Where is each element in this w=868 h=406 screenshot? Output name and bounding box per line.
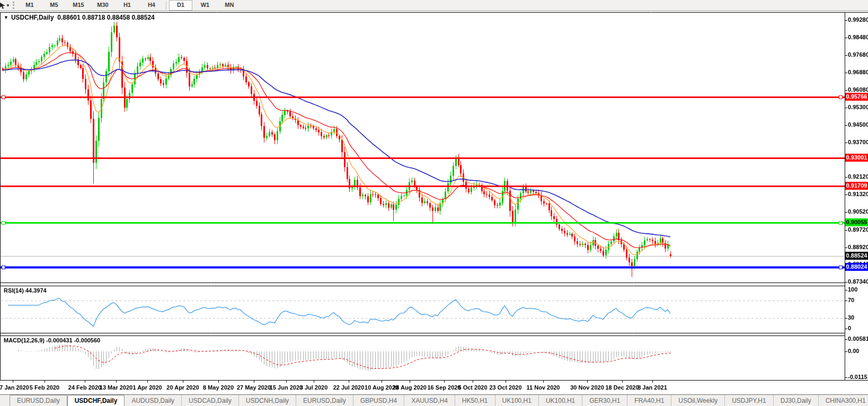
price-line-badge: 0.91709 [845,182,868,190]
timeframe-button-h1[interactable]: H1 [116,0,139,11]
date-axis-label: 17 Jan 2020 [0,384,29,391]
timeframe-button-d1[interactable]: D1 [169,0,192,11]
date-axis-label: 11 Nov 2020 [527,384,560,391]
tool-dropdown-icon[interactable]: ▼ [6,3,10,8]
macd-axis-tick: 0.00 [848,348,859,354]
rsi-axis-tick: 100 [848,286,857,293]
price-axis-tick: 0.95300 [848,104,868,110]
price-axis-tick: 0.97680 [848,51,868,58]
date-axis-label: 23 Oct 2020 [489,384,521,391]
date-axis-label: 3 Jul 2020 [300,384,328,391]
price-axis-tick: 0.89720 [848,226,868,233]
chart-tab-uk100-h1[interactable]: UK100,H1 [539,395,582,406]
rsi-axis-tick: 70 [848,297,854,303]
chart-tab-fra40-h1[interactable]: FRA40,H1 [627,395,671,406]
date-axis-label: 13 Mar 2020 [100,384,132,391]
timeframe-button-w1[interactable]: W1 [193,0,217,11]
chart-canvas[interactable] [0,0,868,406]
chart-tab-gbpusd-h4[interactable]: GBPUSD,H4 [353,395,404,406]
chart-symbol-label: USDCHF,Daily [11,14,54,21]
price-axis-tick: 0.96880 [848,69,868,75]
timeframe-button-m1[interactable]: M1 [18,0,41,11]
date-axis-label: 24 Feb 2020 [68,384,101,391]
price-line-badge: 0.93001 [845,154,868,162]
chart-tab-uk100-h1[interactable]: UK100,H1 [495,395,539,406]
rsi-indicator-label: RSI(14) 44.3974 [4,287,47,294]
mt4-terminal: { "toolbar": { "timeframes": [ {"label":… [0,0,868,406]
chart-tab-usdchf-daily[interactable]: USDCHF,Daily [67,395,125,406]
price-axis-tick: 0.88920 [848,244,868,250]
price-axis-tick: 0.87340 [848,278,868,285]
macd-axis-tick: 0.005818 [848,336,868,342]
chart-title: ▼USDCHF,Daily 0.88601 0.88718 0.88458 0.… [4,14,155,21]
chart-ohlc-values: 0.88601 0.88718 0.88458 0.88524 [57,14,155,21]
price-axis-tick: 0.94500 [848,121,868,128]
chart-tab-eurusd-daily[interactable]: EURUSD,Daily [296,395,353,406]
date-axis-label: 30 Nov 2020 [570,384,604,391]
rsi-axis-tick: 0 [848,325,851,331]
chart-tab-ger30-h1[interactable]: GER30,H1 [582,395,627,406]
date-axis-label: 8 Jan 2021 [637,384,667,391]
chart-tab-usdcad-daily[interactable]: USDCAD,Daily [182,395,239,406]
timeframe-button-h4[interactable]: H4 [140,0,163,11]
price-axis-tick: 0.92120 [848,173,868,180]
date-axis-label: 1 Apr 2020 [132,384,162,391]
date-axis-label: 8 May 2020 [203,384,234,391]
date-axis-label: 28 Aug 2020 [393,384,427,391]
chart-tabbar: EURUSD,DailyUSDCHF,DailyAUDUSD,DailyUSDC… [0,394,868,406]
toolbar-divider [166,1,166,10]
price-axis-tick: 0.99280 [848,16,868,23]
timeframe-button-mn[interactable]: MN [218,0,241,11]
chart-tab-xauusd-h4[interactable]: XAUUSD,H4 [404,395,455,406]
date-axis-label: 18 Dec 2020 [606,384,639,391]
chart-tab-hk50-h1[interactable]: HK50,H1 [455,395,495,406]
price-line-badge: 0.88024 [845,263,868,271]
timeframe-button-m15[interactable]: M15 [67,0,90,11]
chart-tab-usdcnh-daily[interactable]: USDCNH,Daily [239,395,296,406]
price-axis-tick: 0.96080 [848,86,868,93]
price-axis-tick: 0.91320 [848,191,868,197]
price-axis-tick: 0.98480 [848,34,868,40]
price-axis-tick: 0.93700 [848,139,868,145]
chart-tab-audusd-daily[interactable]: AUDUSD,Daily [125,395,182,406]
date-axis-label: 5 Feb 2020 [30,384,59,391]
timeframe-button-m5[interactable]: M5 [42,0,66,11]
timeframe-toolbar: ▼ M1M5M15M30H1H4D1W1MN [0,0,868,11]
date-axis-label: 15 Jun 2020 [270,384,303,391]
chart-dropdown-icon[interactable]: ▼ [4,15,8,20]
date-axis-label: 22 Jul 2020 [333,384,365,391]
chart-tool-icon[interactable] [0,1,5,10]
date-axis-label: 5 Oct 2020 [458,384,487,391]
rsi-axis-tick: 30 [848,314,854,321]
timeframe-button-m30[interactable]: M30 [91,0,114,11]
date-axis-label: 16 Sep 2020 [428,384,461,391]
chart-tab-usoil-weekly[interactable]: USOil,Weekly [671,395,725,406]
price-line-badge: 0.90055 [845,218,868,226]
price-axis-tick: 0.90520 [848,208,868,215]
date-axis-label: 27 May 2020 [237,384,271,391]
macd-indicator-label: MACD(12,26,9) -0.000431 -0.000560 [4,337,100,343]
price-line-badge: 0.95766 [845,93,868,101]
chart-tab-china300-h1[interactable]: CHINA300,H1 [819,395,868,406]
chart-tab-usdjpy-h1[interactable]: USDJPY,H1 [725,395,773,406]
date-axis-label: 20 Apr 2020 [166,384,199,391]
chart-tab-eurusd-daily[interactable]: EURUSD,Daily [10,395,67,406]
toolbar-grip[interactable] [13,2,14,9]
chart-tab-dj30-daily[interactable]: DJ30,Daily [774,395,819,406]
current-price-badge: 0.88524 [845,252,868,260]
macd-axis-tick: -0.011514 [848,374,868,380]
